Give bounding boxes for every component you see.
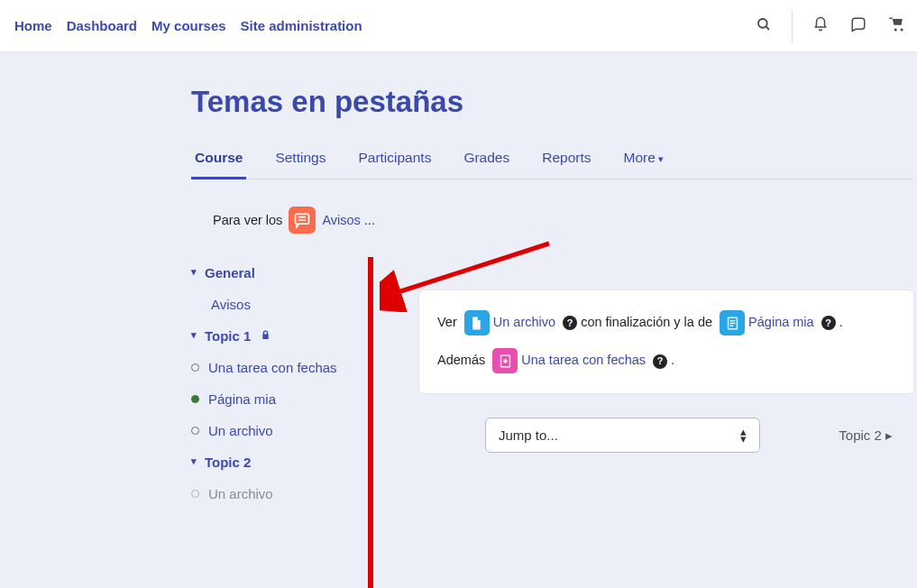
navbar-links: Home Dashboard My courses Site administr… bbox=[7, 11, 370, 41]
file-link[interactable]: Un archivo bbox=[493, 315, 555, 329]
assignment-icon bbox=[492, 348, 518, 373]
index-archivo1-label: Un archivo bbox=[208, 423, 273, 438]
messages-icon[interactable] bbox=[845, 13, 872, 40]
index-archivo1[interactable]: Un archivo bbox=[191, 415, 368, 446]
avisos-link[interactable]: Avisos bbox=[322, 213, 360, 227]
tab-settings[interactable]: Settings bbox=[271, 141, 329, 179]
nav-home[interactable]: Home bbox=[7, 11, 60, 41]
index-archivo2-label: Un archivo bbox=[208, 486, 273, 501]
avisos-prefix: Para ver los bbox=[213, 213, 282, 227]
summary-line1: Ver Un archivo ? con finalización y la d… bbox=[437, 310, 895, 335]
line1-end: . bbox=[839, 315, 843, 329]
top-navbar: Home Dashboard My courses Site administr… bbox=[0, 0, 917, 52]
tab-reports[interactable]: Reports bbox=[538, 141, 594, 179]
section-topic2-title: Topic 2 bbox=[205, 455, 251, 470]
svg-point-0 bbox=[758, 19, 767, 28]
cart-icon[interactable] bbox=[883, 13, 910, 40]
help-icon[interactable]: ? bbox=[821, 316, 836, 330]
next-section-link[interactable]: Topic 2 ▸ bbox=[839, 427, 893, 444]
section-topic1[interactable]: ▾ Topic 1 bbox=[191, 320, 368, 352]
navbar-divider bbox=[792, 10, 793, 42]
completion-dot-done bbox=[191, 395, 199, 403]
page-title: Temas en pestañas bbox=[191, 85, 914, 119]
chevron-down-icon: ▾ bbox=[658, 153, 664, 164]
completion-dot bbox=[191, 363, 199, 372]
summary-line2: Además Una tarea con fechas ? . bbox=[437, 348, 895, 373]
line1-mid: con finalización y la de bbox=[581, 315, 712, 329]
course-index: ▾ General Avisos ▾ Topic 1 Una tarea con… bbox=[170, 257, 368, 510]
tab-grades[interactable]: Grades bbox=[460, 141, 513, 179]
section-general[interactable]: ▾ General bbox=[191, 257, 368, 289]
tab-more-label: More bbox=[624, 150, 656, 165]
jump-bar: Jump to... ▴▾ Topic 2 ▸ bbox=[485, 418, 914, 453]
svg-line-1 bbox=[766, 26, 769, 30]
completion-dot bbox=[191, 427, 199, 435]
select-caret-icon: ▴▾ bbox=[740, 428, 747, 443]
nav-mycourses[interactable]: My courses bbox=[144, 11, 234, 41]
columns: ▾ General Avisos ▾ Topic 1 Una tarea con… bbox=[170, 257, 914, 510]
annotation-red-line bbox=[368, 257, 373, 588]
help-icon[interactable]: ? bbox=[563, 316, 577, 330]
jump-select[interactable]: Jump to... ▴▾ bbox=[485, 418, 760, 453]
summary-card: Ver Un archivo ? con finalización y la d… bbox=[418, 289, 914, 394]
search-icon[interactable] bbox=[750, 13, 777, 40]
line2-end: . bbox=[671, 353, 674, 367]
avisos-suffix: ... bbox=[364, 213, 375, 227]
jump-placeholder: Jump to... bbox=[499, 427, 558, 443]
next-label: Topic 2 bbox=[839, 427, 882, 443]
section-general-title: General bbox=[205, 265, 255, 280]
navbar-icons bbox=[750, 10, 910, 42]
page-icon bbox=[720, 310, 745, 335]
index-avisos[interactable]: Avisos bbox=[191, 289, 368, 320]
chevron-down-icon: ▾ bbox=[191, 266, 197, 278]
container: Temas en pestañas Course Settings Partic… bbox=[170, 85, 914, 510]
lock-icon bbox=[261, 330, 271, 342]
forum-icon bbox=[289, 207, 316, 234]
page-link[interactable]: Página mia bbox=[748, 315, 814, 329]
tab-participants[interactable]: Participants bbox=[354, 141, 435, 179]
index-tarea-label: Una tarea con fechas bbox=[208, 360, 337, 375]
nav-dashboard[interactable]: Dashboard bbox=[60, 11, 144, 41]
section-content: Ver Un archivo ? con finalización y la d… bbox=[418, 257, 914, 510]
line2-prefix: Además bbox=[437, 353, 485, 367]
tab-more[interactable]: More▾ bbox=[620, 141, 667, 179]
bell-icon[interactable] bbox=[807, 13, 834, 40]
index-archivo2[interactable]: Un archivo bbox=[191, 478, 368, 510]
tab-course[interactable]: Course bbox=[191, 141, 246, 179]
chevron-down-icon: ▾ bbox=[191, 329, 197, 341]
completion-dot bbox=[191, 490, 199, 498]
avisos-summary: Para ver los Avisos ... bbox=[213, 207, 914, 234]
page-body: Temas en pestañas Course Settings Partic… bbox=[0, 52, 917, 510]
index-pagina[interactable]: Página mia bbox=[191, 383, 368, 415]
course-tabs: Course Settings Participants Grades Repo… bbox=[191, 141, 914, 179]
svg-rect-2 bbox=[296, 214, 309, 224]
line1-prefix: Ver bbox=[437, 315, 457, 329]
file-icon bbox=[464, 310, 490, 335]
section-topic2[interactable]: ▾ Topic 2 bbox=[191, 446, 368, 478]
help-icon[interactable]: ? bbox=[653, 354, 667, 369]
section-topic1-title: Topic 1 bbox=[205, 328, 251, 344]
assign-link[interactable]: Una tarea con fechas bbox=[521, 353, 646, 367]
nav-siteadmin[interactable]: Site administration bbox=[234, 11, 370, 41]
index-tarea[interactable]: Una tarea con fechas bbox=[191, 352, 368, 383]
index-pagina-label: Página mia bbox=[208, 391, 276, 407]
chevron-down-icon: ▾ bbox=[191, 455, 197, 467]
